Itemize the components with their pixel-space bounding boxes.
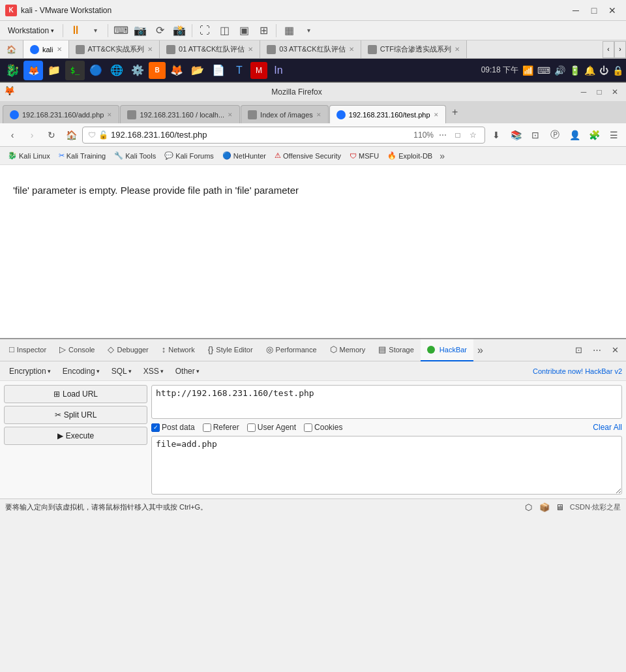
ff-tab-close-images[interactable]: ✕ xyxy=(316,112,321,118)
ff-minimize-button[interactable]: ─ xyxy=(576,85,591,99)
container-icon[interactable]: □ xyxy=(451,129,464,142)
load-url-button[interactable]: ⊞ Load URL xyxy=(4,385,147,403)
console-button[interactable]: ▦ xyxy=(280,22,298,40)
ff-library-button[interactable]: 📚 xyxy=(507,127,524,144)
ff-reload-button[interactable]: ↻ xyxy=(43,127,60,144)
bookmark-offensive-security[interactable]: ⚠ Offensive Security xyxy=(271,150,345,161)
ff-maximize-button[interactable]: □ xyxy=(592,85,606,99)
resize-button[interactable]: ▾ xyxy=(299,22,318,40)
post-data-checkbox-group[interactable]: ✓ Post data xyxy=(151,423,195,432)
cookies-checkbox[interactable] xyxy=(304,423,312,432)
unity-button[interactable]: ◫ xyxy=(215,22,233,40)
devtools-more-tabs-button[interactable]: » xyxy=(473,344,487,356)
kali-icon-2[interactable]: 🔵 xyxy=(86,61,106,80)
indesign-icon[interactable]: In xyxy=(269,61,288,80)
user-agent-checkbox-group[interactable]: User Agent xyxy=(247,423,296,432)
bookmark-kali-linux[interactable]: 🐉 Kali Linux xyxy=(4,150,54,161)
ff-tab-close-testphp[interactable]: ✕ xyxy=(434,112,439,118)
ff-tab-close-addphp[interactable]: ✕ xyxy=(107,112,112,118)
bookmarks-more-button[interactable]: » xyxy=(437,149,447,162)
vm-tabs-prev[interactable]: ‹ xyxy=(603,41,614,58)
hackbar-other-menu[interactable]: Other ▾ xyxy=(170,365,205,378)
ff-tab-images[interactable]: Index of /images ✕ xyxy=(241,105,329,123)
devtools-tab-inspector[interactable]: □ Inspector xyxy=(3,339,53,361)
maximize-button[interactable]: □ xyxy=(586,2,603,19)
vm-tab-close-ctf[interactable]: ✕ xyxy=(455,46,460,53)
ff-account-button[interactable]: 👤 xyxy=(566,127,583,144)
minimize-button[interactable]: ─ xyxy=(567,2,584,19)
hackbar-contribute-link[interactable]: Contribute now! HackBar v2 xyxy=(533,367,622,375)
bookmark-kali-training[interactable]: ✂ Kali Training xyxy=(55,150,110,161)
tools-icon[interactable]: T xyxy=(230,61,249,80)
more-options-button[interactable]: ⋯ xyxy=(436,129,449,142)
send-keys-button[interactable]: ⌨ xyxy=(112,22,130,40)
devtools-tab-network[interactable]: ↕ Network xyxy=(155,339,201,361)
ff-extensions-button[interactable]: 🧩 xyxy=(586,127,603,144)
ff-back-button[interactable]: ‹ xyxy=(4,127,21,144)
vm-tab-close-attck3[interactable]: ✕ xyxy=(349,46,354,53)
ff-tab-local[interactable]: 192.168.231.160 / localh... ✕ xyxy=(120,105,240,123)
view-button[interactable]: ▣ xyxy=(235,22,253,40)
folder-icon-2[interactable]: 📂 xyxy=(188,61,207,80)
devtools-tab-console[interactable]: ▷ Console xyxy=(53,339,101,361)
ff-tab-addphp[interactable]: 192.168.231.160/add.php ✕ xyxy=(3,105,119,123)
vm-tab-attck1[interactable]: ATT&CK实战系列 ✕ xyxy=(69,40,160,58)
ff-download-button[interactable]: ⬇ xyxy=(488,127,505,144)
ff-synced-tabs-button[interactable]: ⊡ xyxy=(527,127,544,144)
referer-checkbox-group[interactable]: Referer xyxy=(203,423,239,432)
kali-menu-icon[interactable]: 🐉 xyxy=(3,61,22,80)
url-bar[interactable]: 🛡 🔓 192.168.231.160/test.php 110% ⋯ □ ☆ xyxy=(82,127,485,144)
hackbar-post-data-input[interactable] xyxy=(151,436,622,495)
devtools-dock-button[interactable]: ⊡ xyxy=(570,342,587,359)
firefox-taskbar-icon[interactable]: 🦊 xyxy=(23,61,43,80)
vm-tabs-next[interactable]: › xyxy=(614,41,626,58)
vm-tab-close-kali[interactable]: ✕ xyxy=(57,46,62,53)
files-icon[interactable]: 📁 xyxy=(44,61,64,80)
bookmark-kali-forums[interactable]: 💬 Kali Forums xyxy=(160,150,218,161)
revert-button[interactable]: ⟳ xyxy=(151,22,169,40)
ff-pocket-button[interactable]: Ⓟ xyxy=(546,127,563,144)
cookies-checkbox-group[interactable]: Cookies xyxy=(304,423,342,432)
close-button[interactable]: ✕ xyxy=(604,2,621,19)
hackbar-url-input[interactable] xyxy=(151,385,622,419)
settings-icon[interactable]: ⚙️ xyxy=(128,61,147,80)
devtools-options-button[interactable]: ⋯ xyxy=(588,342,605,359)
fullscreen-button[interactable]: ⛶ xyxy=(196,22,214,40)
screenshot-button[interactable]: 📷 xyxy=(131,22,149,40)
vm-tab-attck3[interactable]: 03 ATT&CK红队评估 ✕ xyxy=(260,40,361,58)
referer-checkbox[interactable] xyxy=(203,423,211,432)
hackbar-encryption-menu[interactable]: Encryption ▾ xyxy=(4,365,56,378)
connect-button[interactable]: ⊞ xyxy=(254,22,273,40)
url-text[interactable]: 192.168.231.160/test.php xyxy=(111,130,411,140)
bookmark-button[interactable]: ☆ xyxy=(466,129,479,142)
pause-button[interactable]: ⏸ xyxy=(67,22,85,40)
devtools-tab-debugger[interactable]: ◇ Debugger xyxy=(101,339,155,361)
devtools-tab-storage[interactable]: ▤ Storage xyxy=(372,339,421,361)
ff-new-tab-button[interactable]: + xyxy=(447,104,464,121)
bookmark-msfu[interactable]: 🛡 MSFU xyxy=(346,151,383,161)
ff-home-button[interactable]: 🏠 xyxy=(63,127,80,144)
devtools-close-button[interactable]: ✕ xyxy=(606,342,623,359)
workstation-menu[interactable]: Workstation ▾ xyxy=(3,23,59,38)
ff-tab-close-local[interactable]: ✕ xyxy=(228,112,233,118)
hackbar-encoding-menu[interactable]: Encoding ▾ xyxy=(57,365,105,378)
bookmark-nethunter[interactable]: 🔵 NetHunter xyxy=(218,150,270,161)
hackbar-sql-menu[interactable]: SQL ▾ xyxy=(106,365,137,378)
post-data-checkbox[interactable]: ✓ xyxy=(151,423,160,432)
bookmark-kali-tools[interactable]: 🔧 Kali Tools xyxy=(110,150,160,161)
vm-tab-ctf[interactable]: CTF综合渗透实战系列 ✕ xyxy=(361,40,467,58)
vm-tab-close-attck2[interactable]: ✕ xyxy=(248,46,253,53)
file-icon[interactable]: 📄 xyxy=(209,61,228,80)
ff-menu-button[interactable]: ☰ xyxy=(605,127,622,144)
clear-all-button[interactable]: Clear All xyxy=(593,423,622,432)
devtools-tab-style-editor[interactable]: {} Style Editor xyxy=(201,339,260,361)
ff-tab-testphp[interactable]: 192.168.231.160/test.php ✕ xyxy=(329,105,446,123)
terminal-icon[interactable]: $_ xyxy=(65,61,85,80)
hackbar-xss-menu[interactable]: XSS ▾ xyxy=(138,365,169,378)
vm-tab-close-attck1[interactable]: ✕ xyxy=(147,46,153,53)
devtools-tab-hackbar[interactable]: HackBar xyxy=(421,339,473,361)
toolbar-dropdown-button[interactable]: ▾ xyxy=(86,22,104,40)
burp-icon[interactable]: B xyxy=(149,62,166,79)
ff-close-button[interactable]: ✕ xyxy=(608,85,622,99)
ff-forward-button[interactable]: › xyxy=(23,127,40,144)
